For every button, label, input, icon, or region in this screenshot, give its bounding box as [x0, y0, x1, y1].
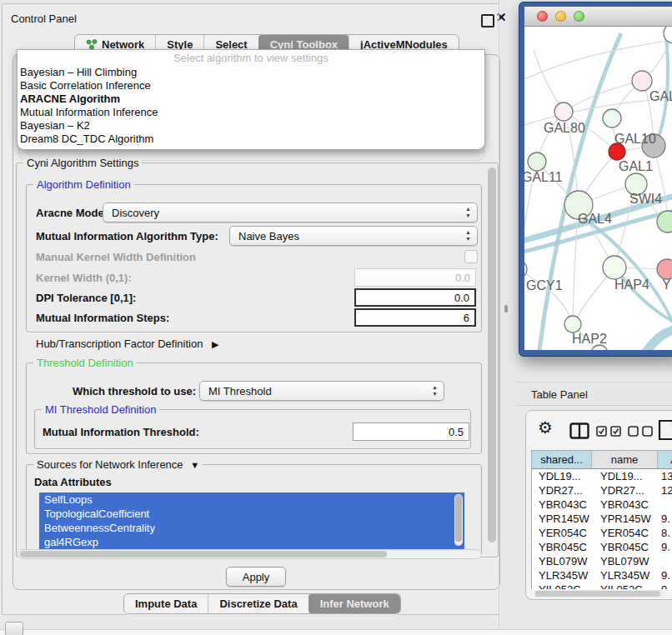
deselect-all-icon[interactable] [628, 426, 653, 437]
table-cell: YER054C [592, 526, 658, 540]
attributes-vertical-scrollbar[interactable] [454, 494, 463, 546]
table-row[interactable]: YIL052CYIL052C9 [532, 582, 672, 589]
data-attributes-list: SelfLoopsTopologicalCoefficientBetweenne… [39, 492, 464, 549]
attribute-gal4rgexp[interactable]: gal4RGexp [39, 535, 464, 549]
float-window-icon[interactable] [481, 14, 494, 28]
mi-steps-input[interactable]: 6 [354, 308, 476, 327]
control-panel-title: Control Panel [11, 12, 77, 25]
tab-label: Infer Network [320, 598, 389, 610]
table-cell: YLR345W [592, 568, 658, 582]
select-all-icon[interactable] [596, 426, 621, 437]
network-window-titlebar[interactable] [524, 7, 672, 27]
which-threshold-select[interactable]: MI Threshold ▲▼ [199, 381, 444, 401]
algorithm-definition-legend: Algorithm Definition [33, 178, 134, 191]
bottom-dock-strip [0, 629, 672, 635]
tab-discretize-data[interactable]: Discretize Data [208, 594, 308, 613]
table-row[interactable]: YDR27...YDR27...12 [532, 483, 672, 498]
node-label-gal4: GAL4 [578, 212, 612, 226]
control-panel-window: Control Panel ✕ NetworkStyleSelectCyni T… [2, 3, 499, 615]
table-cell: YBL079W [532, 554, 592, 568]
column-header-shared[interactable]: shared... [532, 451, 592, 468]
kernel-width-input[interactable]: 0.0 [354, 268, 476, 287]
hub-definition-label: Hub/Transcription Factor Definition [36, 338, 203, 350]
manual-kernel-label: Manual Kernel Width Definition [36, 251, 196, 263]
table-horizontal-scrollbar[interactable] [534, 590, 665, 598]
attribute-betweennesscentrality[interactable]: BetweennessCentrality [39, 521, 464, 535]
table-row[interactable]: YBR043CYBR043C [532, 498, 672, 512]
algorithm-option-bayesian-hill-climbing[interactable]: Bayesian – Hill Climbing [18, 66, 484, 79]
combo-arrows-icon: ▲▼ [465, 229, 471, 242]
table-row[interactable]: YER054CYER054C8. [532, 526, 672, 540]
settings-vertical-scrollbar[interactable] [486, 166, 497, 551]
table-cell: YER054C [532, 526, 592, 540]
node-hap2[interactable] [564, 316, 581, 332]
gear-icon[interactable]: ⚙ [538, 418, 553, 438]
table-cell: YBR043C [592, 498, 658, 512]
table-cell: YDR27... [592, 483, 658, 498]
columns-icon[interactable] [569, 422, 589, 439]
algorithm-option-basic-correlation-inference[interactable]: Basic Correlation Inference [18, 79, 484, 92]
mi-type-value: Naive Bayes [238, 230, 299, 242]
dpi-tolerance-input[interactable]: 0.0 [354, 288, 476, 307]
algorithm-options: Bayesian – Hill ClimbingBasic Correlatio… [18, 66, 484, 146]
table-cell: YBR045C [592, 540, 658, 554]
attribute-selfloops[interactable]: SelfLoops [39, 492, 464, 507]
algorithm-dropdown-placeholder: Select algorithm to view settings [18, 51, 484, 66]
algorithm-dropdown: Select algorithm to view settings Bayesi… [17, 49, 485, 150]
minimize-traffic-light-icon[interactable] [555, 11, 566, 22]
manual-kernel-checkbox[interactable] [464, 250, 478, 263]
network-canvas[interactable]: GALGAL80GAL10GAL1GAL11SWI4GAL4GCY1HAP4YH… [524, 26, 672, 350]
table-cell: YBL079W [592, 554, 658, 568]
algorithm-option-mutual-information-inference[interactable]: Mutual Information Inference [18, 106, 484, 119]
which-threshold-label: Which threshold to use: [73, 385, 196, 398]
table-row[interactable]: YBL079WYBL079W [532, 554, 672, 568]
mini-panel-button[interactable] [5, 622, 23, 635]
node-gal10[interactable] [603, 109, 621, 128]
mi-threshold-legend: MI Threshold Definition [42, 403, 159, 416]
tab-infer-network[interactable]: Infer Network [308, 594, 400, 613]
table-cell: 9. [658, 512, 672, 526]
attribute-topologicalcoefficient[interactable]: TopologicalCoefficient [39, 507, 464, 521]
table-cell: YPR145W [592, 512, 658, 526]
algorithm-option-bayesian-k2[interactable]: Bayesian – K2 [18, 119, 484, 132]
node-salmon[interactable] [657, 259, 672, 279]
algorithm-option-dream8-dc-tdc-algorithm[interactable]: Dream8 DC_TDC Algorithm [18, 132, 484, 146]
node-gal1[interactable] [609, 143, 625, 160]
threshold-definition-legend: Threshold Definition [33, 357, 137, 369]
table-row[interactable]: YPR145WYPR145W9. [532, 512, 672, 526]
close-traffic-light-icon[interactable] [537, 11, 548, 22]
mi-type-select[interactable]: Naive Bayes ▲▼ [229, 226, 478, 246]
mi-threshold-input[interactable]: 0.5 [353, 422, 469, 441]
node-label-gcy1: GCY1 [526, 278, 563, 292]
node-gal11[interactable] [528, 152, 546, 171]
node-label-hap2: HAP2 [572, 332, 607, 346]
table-cell [658, 498, 672, 512]
table-row[interactable]: YDL19...YDL19...13 [532, 469, 672, 483]
zoom-traffic-light-icon[interactable] [574, 11, 584, 22]
node-gal80[interactable] [554, 102, 573, 121]
table-header-row: shared...nameA [532, 451, 672, 469]
tab-impute-data[interactable]: Impute Data [124, 594, 208, 613]
tab-label: Discretize Data [219, 598, 297, 610]
node-table[interactable]: shared...nameA YDL19...YDL19...13YDR27..… [531, 450, 672, 589]
document-icon[interactable] [658, 419, 672, 441]
table-row[interactable]: YLR345WYLR345W9. [532, 568, 672, 582]
hub-definition-toggle[interactable]: Hub/Transcription Factor Definition ▶ [36, 338, 218, 350]
settings-horizontal-scrollbar[interactable] [18, 549, 482, 559]
table-row[interactable]: YBR045CYBR045C9. [532, 540, 672, 554]
aracne-mode-value: Discovery [112, 207, 159, 219]
sources-legend[interactable]: Sources for Network Inference ▼ [33, 458, 203, 471]
node-gcy1[interactable] [524, 260, 527, 278]
table-cell: YPR145W [532, 512, 592, 526]
aracne-mode-select[interactable]: Discovery ▲▼ [103, 202, 478, 222]
column-header-a[interactable]: A [658, 451, 672, 468]
close-icon[interactable]: ✕ [496, 10, 507, 25]
apply-button[interactable]: Apply [226, 567, 286, 587]
node-hap4[interactable] [603, 256, 626, 279]
table-cell: YDL19... [532, 469, 592, 483]
algorithm-option-aracne-algorithm[interactable]: ARACNE Algorithm [18, 92, 484, 106]
combo-arrows-icon: ▲▼ [465, 206, 471, 219]
node-pink-top[interactable] [632, 71, 652, 91]
divider-drag-handle[interactable] [504, 305, 508, 312]
column-header-name[interactable]: name [592, 451, 658, 468]
